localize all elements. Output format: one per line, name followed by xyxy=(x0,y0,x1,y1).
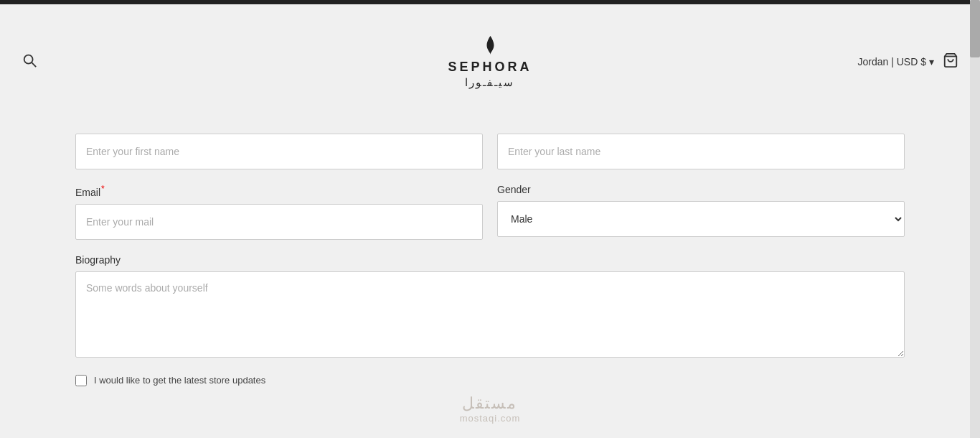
cart-icon xyxy=(943,52,958,68)
main-content: Email* Gender Male Female Other Biograph… xyxy=(0,119,980,415)
gender-col: Gender Male Female Other xyxy=(497,184,905,240)
biography-section: Biography xyxy=(75,254,905,360)
gender-select[interactable]: Male Female Other xyxy=(497,201,905,237)
last-name-input[interactable] xyxy=(497,134,905,169)
biography-textarea[interactable] xyxy=(75,271,905,358)
first-name-col xyxy=(75,134,483,169)
region-text: Jordan | USD $ xyxy=(858,56,926,67)
gender-label: Gender xyxy=(497,184,905,195)
first-name-input[interactable] xyxy=(75,134,483,169)
scrollbar-thumb[interactable] xyxy=(970,0,980,57)
search-icon xyxy=(22,52,37,68)
header: SEPHORA سيـفـورا Jordan | USD $ ▾ xyxy=(0,4,980,119)
logo-brand-text: SEPHORA xyxy=(448,60,532,75)
search-button[interactable] xyxy=(22,52,37,71)
svg-point-0 xyxy=(24,55,33,64)
logo-arabic-text: سيـفـورا xyxy=(465,76,514,89)
newsletter-checkbox-label: I would like to get the latest store upd… xyxy=(94,375,265,386)
email-gender-row: Email* Gender Male Female Other xyxy=(75,184,905,240)
name-row xyxy=(75,134,905,169)
logo: SEPHORA سيـفـورا xyxy=(448,35,532,89)
checkbox-row: I would like to get the latest store upd… xyxy=(75,375,905,386)
email-col: Email* xyxy=(75,184,483,240)
newsletter-checkbox[interactable] xyxy=(75,375,87,386)
chevron-down-icon: ▾ xyxy=(929,56,934,67)
email-input[interactable] xyxy=(75,204,483,240)
region-selector[interactable]: Jordan | USD $ ▾ xyxy=(858,56,934,67)
email-label: Email* xyxy=(75,184,483,198)
svg-line-1 xyxy=(32,62,36,67)
email-required: * xyxy=(101,184,105,194)
biography-label: Biography xyxy=(75,254,905,266)
cart-button[interactable] xyxy=(943,52,958,71)
last-name-col xyxy=(497,134,905,169)
logo-flame xyxy=(484,35,496,58)
scrollbar-area[interactable] xyxy=(970,0,980,438)
